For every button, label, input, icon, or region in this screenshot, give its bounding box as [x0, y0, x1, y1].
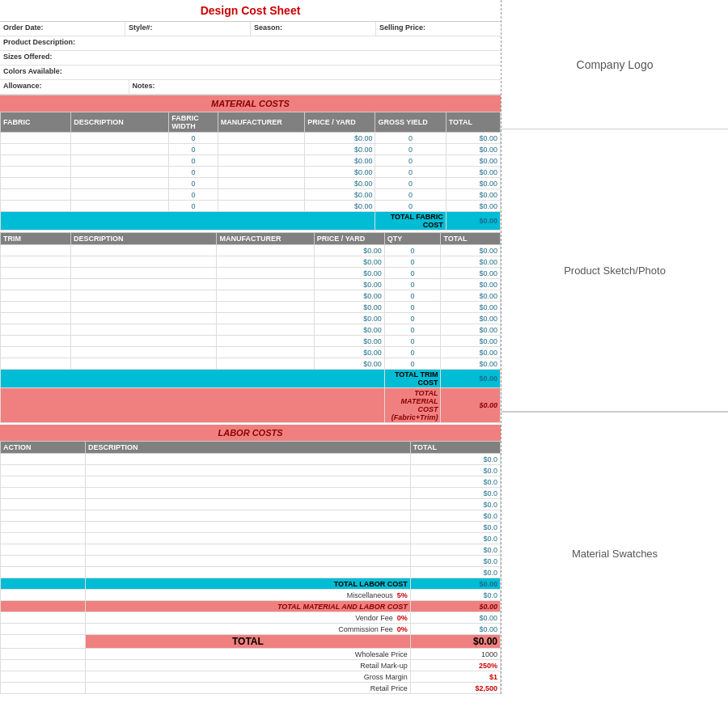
total-fabric-label: TOTAL FABRIC COST — [375, 212, 446, 231]
trim-header-row: TRIM DESCRIPTION MANUFACTURER PRICE / YA… — [1, 233, 501, 245]
selling-price-cell: Selling Price: — [376, 22, 501, 36]
fabric-row: 0$0.000$0.00 — [1, 201, 501, 212]
fabric-row: 0$0.000$0.00 — [1, 133, 501, 144]
labor-header-row: ACTION DESCRIPTION TOTAL — [1, 442, 501, 454]
sizes-label: Sizes Offered: — [3, 53, 53, 61]
season-cell: Season: — [251, 22, 376, 36]
fabric-desc-cell — [71, 167, 169, 178]
product-sketch-text: Product Sketch/Photo — [564, 265, 666, 277]
order-date-cell: Order Date: — [0, 22, 125, 36]
total-labor-row: TOTAL LABOR COST $0.00 — [1, 578, 501, 590]
fabric-price-cell: $0.00 — [305, 155, 375, 167]
fabric-cell — [1, 189, 71, 201]
product-desc-cell: Product Description: — [0, 36, 501, 50]
fabric-th-total: TOTAL — [446, 112, 500, 133]
fabric-cell — [1, 201, 71, 212]
fabric-total-cell: $0.00 — [446, 133, 500, 144]
fabric-total-cell: $0.00 — [446, 178, 500, 189]
info-section: Order Date: Style#: Season: Selling Pric… — [0, 22, 501, 95]
total-trim-row: TOTAL TRIM COST $0.00 — [1, 370, 501, 388]
fabric-price-cell: $0.00 — [305, 178, 375, 189]
fabric-desc-cell — [71, 201, 169, 212]
info-row-4: Colors Available: — [0, 66, 501, 80]
fabric-yield-cell: 0 — [375, 201, 446, 212]
fabric-price-cell: $0.00 — [305, 133, 375, 144]
trim-th-mfr: MANUFACTURER — [217, 233, 314, 245]
fabric-yield-cell: 0 — [375, 144, 446, 155]
total-fabric-row: TOTAL FABRIC COST $0.00 — [1, 212, 501, 231]
fabric-cell — [1, 167, 71, 178]
fabric-th-mfr: MANUFACTURER — [218, 112, 304, 133]
fabric-mfr-cell — [218, 155, 304, 167]
info-row-3: Sizes Offered: — [0, 51, 501, 66]
fabric-th-fabric: FABRIC — [1, 112, 71, 133]
trim-table: TRIM DESCRIPTION MANUFACTURER PRICE / YA… — [0, 232, 501, 423]
fabric-desc-cell — [71, 189, 169, 201]
fabric-th-price: PRICE / YARD — [305, 112, 375, 133]
trim-row: $0.000$0.00 — [1, 245, 501, 256]
fabric-total-cell: $0.00 — [446, 201, 500, 212]
colors-cell: Colors Available: — [0, 66, 501, 79]
trim-row: $0.000$0.00 — [1, 302, 501, 313]
trim-th-trim: TRIM — [1, 233, 71, 245]
fabric-mfr-cell — [218, 201, 304, 212]
fabric-row: 0$0.000$0.00 — [1, 178, 501, 189]
fabric-cell — [1, 133, 71, 144]
fabric-table: FABRIC DESCRIPTION FABRIC WIDTH MANUFACT… — [0, 112, 501, 231]
fabric-width-cell: 0 — [169, 155, 218, 167]
left-panel: Design Cost Sheet Order Date: Style#: Se… — [0, 0, 502, 694]
trim-row: $0.000$0.00 — [1, 313, 501, 324]
trim-th-qty: QTY — [384, 233, 441, 245]
info-row-5: Allowance: Notes: — [0, 80, 501, 95]
page-title: Design Cost Sheet — [0, 0, 501, 22]
labor-row: $0.0 — [1, 556, 501, 567]
trim-row: $0.000$0.00 — [1, 336, 501, 347]
fabric-cell — [1, 155, 71, 167]
fabric-total-cell: $0.00 — [446, 189, 500, 201]
company-logo-area: Company Logo — [502, 0, 728, 129]
fabric-yield-cell: 0 — [375, 155, 446, 167]
fabric-width-cell: 0 — [169, 144, 218, 155]
total-fabric-value: $0.00 — [446, 212, 500, 231]
labor-th-action: ACTION — [1, 442, 86, 454]
fabric-header-row: FABRIC DESCRIPTION FABRIC WIDTH MANUFACT… — [1, 112, 501, 133]
fabric-cell — [1, 144, 71, 155]
fabric-desc-cell — [71, 133, 169, 144]
material-swatches-text: Material Swatches — [572, 548, 658, 560]
fabric-cell — [1, 178, 71, 189]
allowance-cell: Allowance: — [0, 80, 129, 94]
selling-price-label: Selling Price: — [379, 23, 425, 32]
fabric-yield-cell: 0 — [375, 189, 446, 201]
trim-row: $0.000$0.00 — [1, 279, 501, 290]
colors-label: Colors Available: — [3, 67, 62, 75]
labor-row: $0.0 — [1, 533, 501, 544]
labor-th-desc: DESCRIPTION — [86, 442, 411, 454]
fabric-desc-cell — [71, 144, 169, 155]
total-material-labor-row: TOTAL MATERIAL AND LABOR COST $0.00 — [1, 601, 501, 612]
fabric-row: 0$0.000$0.00 — [1, 189, 501, 201]
fabric-row: 0$0.000$0.00 — [1, 144, 501, 155]
retail-markup-row: Retail Mark-up 250% — [1, 660, 501, 671]
info-row-1: Order Date: Style#: Season: Selling Pric… — [0, 22, 501, 36]
allowance-label: Allowance: — [3, 82, 42, 90]
fabric-mfr-cell — [218, 167, 304, 178]
trim-row: $0.000$0.00 — [1, 347, 501, 358]
fabric-price-cell: $0.00 — [305, 144, 375, 155]
fabric-mfr-cell — [218, 133, 304, 144]
order-date-label: Order Date: — [3, 23, 44, 32]
gross-margin-row: Gross Margin $1 — [1, 671, 501, 683]
fabric-price-cell: $0.00 — [305, 189, 375, 201]
notes-label: Notes: — [133, 82, 155, 90]
fabric-mfr-cell — [218, 144, 304, 155]
labor-costs-header: LABOR COSTS — [0, 425, 501, 441]
fabric-row: 0$0.000$0.00 — [1, 167, 501, 178]
style-label: Style#: — [129, 23, 153, 32]
labor-row: $0.0 — [1, 567, 501, 578]
fabric-yield-cell: 0 — [375, 178, 446, 189]
fabric-price-cell: $0.00 — [305, 167, 375, 178]
labor-row: $0.0 — [1, 510, 501, 522]
fabric-total-cell: $0.00 — [446, 144, 500, 155]
commission-fee-row: Commission Fee 0% $0.00 — [1, 624, 501, 635]
fabric-mfr-cell — [218, 178, 304, 189]
fabric-total-cell: $0.00 — [446, 167, 500, 178]
